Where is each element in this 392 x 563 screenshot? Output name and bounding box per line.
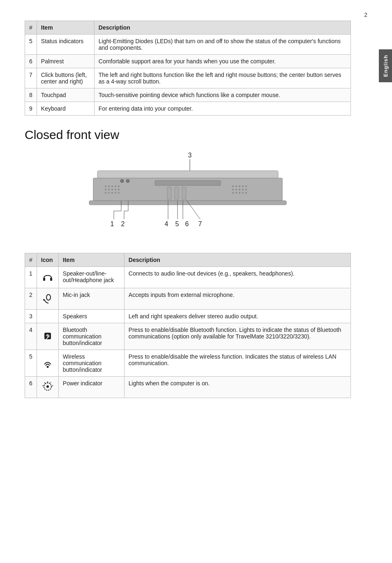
top-table-header-num: #: [25, 21, 37, 35]
row-desc: Accepts inputs from external microphone.: [124, 288, 350, 310]
svg-point-26: [239, 189, 240, 190]
svg-point-7: [115, 185, 116, 187]
svg-point-32: [242, 192, 244, 194]
table-row: 2 Mic-in jack Accepts inputs from extern…: [25, 288, 351, 310]
svg-text:2: 2: [121, 220, 125, 227]
svg-point-25: [235, 189, 237, 190]
svg-point-33: [245, 192, 247, 194]
svg-point-22: [242, 185, 244, 187]
svg-point-21: [239, 185, 240, 187]
row-item: Wireless communication button/indicator: [58, 350, 124, 377]
svg-point-9: [105, 189, 106, 190]
bottom-table: # Icon Item Description 1 Speaker-out/li…: [25, 253, 351, 398]
row-desc: Press to enable/disable the wireless fun…: [124, 350, 350, 377]
svg-point-10: [108, 189, 110, 190]
row-item: Status indicators: [37, 35, 94, 55]
bottom-table-header-item: Item: [58, 253, 124, 267]
svg-line-66: [50, 382, 51, 383]
sidebar-language-label: English: [379, 49, 392, 82]
row-desc: Lights when the computer is on.: [124, 377, 350, 398]
svg-point-4: [105, 185, 106, 187]
svg-rect-35: [167, 187, 171, 199]
row-num: 5: [25, 350, 37, 377]
svg-point-64: [46, 385, 49, 388]
table-row: 6 Palmrest Comfortable support area for …: [25, 55, 351, 68]
svg-point-23: [245, 185, 247, 187]
row-desc: Connects to audio line-out devices (e.g.…: [124, 267, 350, 288]
svg-point-17: [115, 192, 116, 194]
row-item: Mic-in jack: [58, 288, 124, 310]
svg-rect-58: [50, 278, 52, 281]
row-desc: Left and right speakers deliver stereo a…: [124, 310, 350, 323]
row-desc: Light-Emitting Diodes (LEDs) that turn o…: [94, 35, 350, 55]
svg-rect-2: [97, 171, 278, 179]
bottom-table-header-num: #: [25, 253, 37, 267]
row-item: Touchpad: [37, 88, 94, 102]
row-num: 6: [25, 377, 37, 398]
table-row: 6 Power indicator Lights when the comput…: [25, 377, 351, 398]
table-row: 4 Bluetooth communication button/indicat…: [25, 323, 351, 350]
svg-text:5: 5: [175, 220, 179, 227]
svg-point-5: [108, 185, 110, 187]
row-icon: [37, 350, 58, 377]
svg-rect-40: [89, 201, 286, 205]
svg-point-27: [242, 189, 244, 190]
top-table: # Item Description 5 Status indicators L…: [25, 21, 351, 116]
row-num: 6: [25, 55, 37, 68]
top-table-header-desc: Description: [94, 21, 350, 35]
svg-point-29: [232, 192, 234, 194]
row-icon: [37, 310, 58, 323]
svg-point-12: [115, 189, 116, 190]
row-item: Bluetooth communication button/indicator: [58, 323, 124, 350]
table-row: 9 Keyboard For entering data into your c…: [25, 102, 351, 116]
svg-text:6: 6: [185, 220, 189, 227]
svg-point-8: [118, 185, 120, 187]
svg-point-30: [235, 192, 237, 194]
svg-point-39: [126, 179, 129, 183]
row-icon: [37, 323, 58, 350]
svg-rect-37: [182, 187, 186, 199]
row-icon: [37, 288, 58, 310]
top-table-header-item: Item: [37, 21, 94, 35]
row-item: Power indicator: [58, 377, 124, 398]
row-num: 7: [25, 68, 37, 88]
table-row: 1 Speaker-out/line-out/Headphone jack Co…: [25, 267, 351, 288]
row-num: 3: [25, 310, 37, 323]
table-row: 7 Click buttons (left, center and right)…: [25, 68, 351, 88]
svg-point-14: [105, 192, 106, 194]
svg-point-24: [232, 189, 234, 190]
bottom-table-header-icon: Icon: [37, 253, 58, 267]
svg-text:1: 1: [111, 220, 114, 227]
row-desc: Press to enable/disable Bluetooth functi…: [124, 323, 350, 350]
row-num: 2: [25, 288, 37, 310]
svg-point-20: [235, 185, 237, 187]
svg-point-28: [245, 189, 247, 190]
svg-point-31: [239, 192, 240, 194]
row-item: Palmrest: [37, 55, 94, 68]
row-desc: The left and right buttons function like…: [94, 68, 350, 88]
svg-rect-36: [175, 187, 179, 199]
svg-point-62: [46, 366, 48, 368]
row-desc: Touch-sensitive pointing device which fu…: [94, 88, 350, 102]
page-content: 2 English # Item Description 5 Status in…: [0, 0, 392, 427]
svg-point-16: [111, 192, 113, 194]
svg-text:4: 4: [165, 220, 168, 227]
svg-point-15: [108, 192, 110, 194]
row-desc: Comfortable support area for your hands …: [94, 55, 350, 68]
row-desc: For entering data into your computer.: [94, 102, 350, 116]
svg-rect-34: [155, 181, 221, 185]
svg-point-18: [118, 192, 120, 194]
row-icon: [37, 377, 58, 398]
row-icon: [37, 267, 58, 288]
row-num: 9: [25, 102, 37, 116]
row-item: Keyboard: [37, 102, 94, 116]
svg-point-13: [118, 189, 120, 190]
section-title: Closed front view: [25, 128, 351, 142]
row-num: 8: [25, 88, 37, 102]
table-row: 8 Touchpad Touch-sensitive pointing devi…: [25, 88, 351, 102]
row-item: Speakers: [58, 310, 124, 323]
row-num: 1: [25, 267, 37, 288]
row-num: 4: [25, 323, 37, 350]
table-row: 3 Speakers Left and right speakers deliv…: [25, 310, 351, 323]
svg-text:3: 3: [188, 152, 192, 159]
